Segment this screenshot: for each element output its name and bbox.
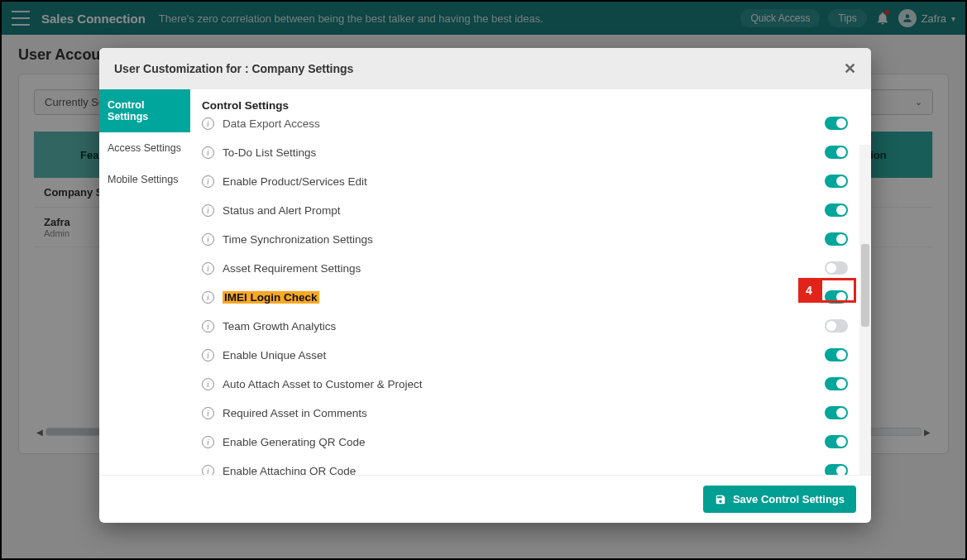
callout-box bbox=[820, 278, 856, 303]
setting-toggle[interactable] bbox=[825, 146, 848, 159]
setting-toggle[interactable] bbox=[825, 232, 848, 246]
setting-row: iTo-Do List Settings bbox=[202, 137, 866, 166]
info-icon[interactable]: i bbox=[202, 175, 214, 188]
info-icon[interactable]: i bbox=[202, 117, 214, 130]
modal-footer: Save Control Settings bbox=[99, 475, 871, 523]
setting-row: iIMEI Login Check bbox=[202, 282, 866, 311]
setting-row: iEnable Generating QR Code bbox=[202, 427, 866, 456]
setting-label: Enable Generating QR Code bbox=[223, 436, 366, 448]
tab-mobile-settings[interactable]: Mobile Settings bbox=[99, 164, 190, 195]
callout-number: 4 bbox=[798, 278, 820, 303]
modal-tabs: Control Settings Access Settings Mobile … bbox=[99, 89, 190, 475]
info-icon[interactable]: i bbox=[202, 262, 214, 275]
setting-row: iData Export Access bbox=[202, 117, 866, 137]
setting-row: iRequired Asset in Comments bbox=[202, 398, 866, 427]
setting-row: iAuto Attach Asset to Customer & Project bbox=[202, 369, 866, 398]
save-icon bbox=[715, 494, 726, 505]
info-icon[interactable]: i bbox=[202, 291, 214, 304]
setting-label: Enable Product/Services Edit bbox=[223, 175, 367, 188]
setting-toggle[interactable] bbox=[825, 348, 848, 361]
tab-control-settings[interactable]: Control Settings bbox=[99, 89, 190, 132]
settings-list: iData Export AccessiTo-Do List Settingsi… bbox=[190, 117, 871, 475]
setting-toggle[interactable] bbox=[825, 175, 848, 188]
setting-toggle[interactable] bbox=[825, 435, 848, 448]
setting-label: Team Growth Analytics bbox=[223, 320, 336, 333]
vertical-scrollbar[interactable] bbox=[859, 145, 871, 475]
save-button[interactable]: Save Control Settings bbox=[703, 486, 856, 513]
info-icon[interactable]: i bbox=[202, 436, 214, 448]
setting-toggle[interactable] bbox=[825, 319, 848, 333]
setting-row: iTime Synchronization Settings bbox=[202, 224, 866, 253]
setting-label: Status and Alert Prompt bbox=[223, 204, 341, 217]
setting-toggle[interactable] bbox=[825, 406, 848, 419]
user-customization-modal: User Customization for : Company Setting… bbox=[99, 48, 871, 523]
setting-row: iEnable Attaching QR Code bbox=[202, 456, 866, 475]
setting-row: iAsset Requirement Settings bbox=[202, 253, 866, 282]
settings-pane: Control Settings iData Export AccessiTo-… bbox=[190, 89, 871, 475]
setting-row: iEnable Unique Asset bbox=[202, 340, 866, 369]
save-button-label: Save Control Settings bbox=[733, 493, 845, 505]
setting-label: Asset Requirement Settings bbox=[223, 262, 361, 275]
setting-toggle[interactable] bbox=[825, 377, 848, 390]
info-icon[interactable]: i bbox=[202, 378, 214, 390]
info-icon[interactable]: i bbox=[202, 465, 214, 476]
setting-label: Required Asset in Comments bbox=[223, 407, 367, 419]
setting-row: iStatus and Alert Prompt bbox=[202, 195, 866, 224]
setting-label: Auto Attach Asset to Customer & Project bbox=[223, 378, 423, 390]
setting-label: Enable Unique Asset bbox=[223, 349, 326, 361]
modal-header: User Customization for : Company Setting… bbox=[99, 48, 871, 89]
setting-label: Time Synchronization Settings bbox=[223, 233, 373, 246]
setting-toggle[interactable] bbox=[825, 261, 848, 275]
setting-toggle[interactable] bbox=[825, 203, 848, 217]
setting-label: Enable Attaching QR Code bbox=[223, 465, 356, 476]
tab-access-settings[interactable]: Access Settings bbox=[99, 132, 190, 164]
info-icon[interactable]: i bbox=[202, 204, 214, 217]
pane-title: Control Settings bbox=[190, 89, 871, 117]
modal-title: User Customization for : Company Setting… bbox=[114, 62, 353, 75]
close-icon[interactable]: ✕ bbox=[844, 60, 856, 78]
setting-row: iEnable Product/Services Edit bbox=[202, 166, 866, 195]
setting-toggle[interactable] bbox=[825, 117, 848, 130]
info-icon[interactable]: i bbox=[202, 349, 214, 361]
setting-label: IMEI Login Check bbox=[223, 291, 319, 304]
setting-row: iTeam Growth Analytics bbox=[202, 311, 866, 340]
setting-label: To-Do List Settings bbox=[223, 146, 316, 159]
info-icon[interactable]: i bbox=[202, 407, 214, 419]
info-icon[interactable]: i bbox=[202, 320, 214, 333]
setting-toggle[interactable] bbox=[825, 464, 848, 475]
setting-label: Data Export Access bbox=[223, 117, 320, 130]
info-icon[interactable]: i bbox=[202, 146, 214, 159]
info-icon[interactable]: i bbox=[202, 233, 214, 246]
